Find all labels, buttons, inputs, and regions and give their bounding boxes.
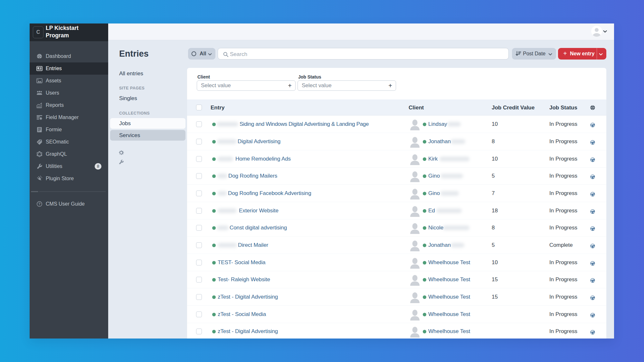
- svg-text:?: ?: [38, 202, 40, 206]
